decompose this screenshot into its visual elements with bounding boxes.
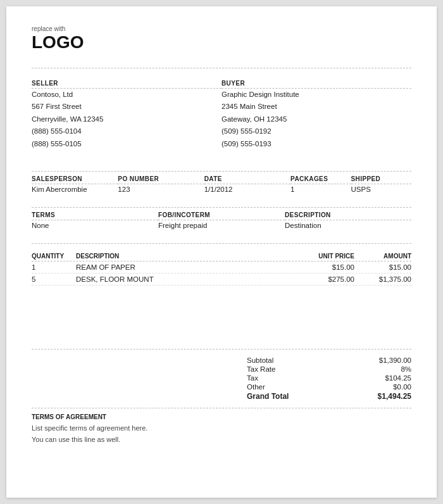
item-qty-1: 1 <box>32 263 76 271</box>
subtotal-value: $1,390.00 <box>361 356 411 364</box>
table-row: 5 Desk, floor mount $275.00 $1,375.00 <box>32 274 411 286</box>
seller-buyer-row: SELLER Contoso, Ltd 567 First Street Che… <box>32 80 411 151</box>
seller-name: Contoso, Ltd <box>32 89 222 101</box>
item-unit-2: $275.00 <box>291 275 354 283</box>
item-unit-1: $15.00 <box>291 263 354 271</box>
packages-cell: PACKAGES 1 <box>290 172 351 196</box>
seller-column: SELLER Contoso, Ltd 567 First Street Che… <box>32 80 222 151</box>
other-value: $0.00 <box>361 383 411 391</box>
description-cell: DESCRIPTION Destination <box>285 208 411 232</box>
other-row: Other $0.00 <box>247 382 411 391</box>
grandtotal-value: $1,494.25 <box>361 392 411 401</box>
po-label: PO NUMBER <box>118 175 204 184</box>
terms-value: None <box>32 220 158 229</box>
items-top-divider <box>32 243 411 244</box>
buyer-phone1: (509) 555-0192 <box>222 125 411 138</box>
seller-street: 567 First Street <box>32 101 222 113</box>
salesperson-label: SALESPERSON <box>32 175 118 184</box>
tax-value: $104.25 <box>361 374 411 382</box>
date-cell: DATE 1/1/2012 <box>204 172 290 196</box>
buyer-phone2: (509) 555-0193 <box>222 138 411 151</box>
col-amount-header: AMOUNT <box>354 253 411 260</box>
salesperson-value: Kim Abercrombie <box>32 184 118 193</box>
terms-row: TERMS None FOB/INCOTERM Freight prepaid … <box>32 208 411 232</box>
item-desc-2: Desk, floor mount <box>76 275 291 283</box>
grandtotal-row: Grand Total $1,494.25 <box>247 391 411 401</box>
seller-phone1: (888) 555-0104 <box>32 125 222 138</box>
meta-row: SALESPERSON Kim Abercrombie PO NUMBER 12… <box>32 172 411 196</box>
seller-label: SELLER <box>32 80 222 88</box>
col-unit-header: UNIT PRICE <box>291 253 354 260</box>
items-header-row: QUANTITY DESCRIPTION UNIT PRICE AMOUNT <box>32 250 411 261</box>
buyer-column: BUYER Graphic Design Institute 2345 Main… <box>222 80 411 151</box>
buyer-name: Graphic Design Institute <box>222 89 411 101</box>
po-value: 123 <box>118 184 204 193</box>
agreement-top-divider <box>32 408 411 408</box>
buyer-info: Graphic Design Institute 2345 Main Stree… <box>222 89 411 151</box>
fob-label: FOB/INCOTERM <box>158 211 285 220</box>
date-label: DATE <box>204 175 290 184</box>
table-row: 1 Ream of paper $15.00 $15.00 <box>32 261 411 274</box>
taxrate-value: 8% <box>361 365 411 373</box>
item-desc-1: Ream of paper <box>76 263 291 271</box>
other-label: Other <box>247 383 265 391</box>
terms-cell: TERMS None <box>32 208 158 232</box>
subtotal-label: Subtotal <box>247 356 273 364</box>
shipped-value: USPS <box>351 184 411 193</box>
seller-city: Cherryville, WA 12345 <box>32 113 222 126</box>
date-value: 1/1/2012 <box>204 184 290 193</box>
buyer-label: BUYER <box>222 80 411 88</box>
terms-label: TERMS <box>32 211 158 220</box>
terms-agreement: TERMS OF AGREEMENT List specific terms o… <box>32 413 411 446</box>
fob-cell: FOB/INCOTERM Freight prepaid <box>158 208 285 232</box>
col-qty-header: QUANTITY <box>32 253 76 260</box>
logo-text: LOGO <box>32 33 411 53</box>
taxrate-label: Tax Rate <box>247 365 275 373</box>
packages-value: 1 <box>290 184 351 193</box>
tax-row: Tax $104.25 <box>247 374 411 382</box>
taxrate-row: Tax Rate 8% <box>247 365 411 374</box>
grandtotal-label: Grand Total <box>247 392 289 401</box>
shipped-cell: SHIPPED USPS <box>351 172 411 196</box>
agreement-title: TERMS OF AGREEMENT <box>32 413 411 420</box>
agreement-line2: You can use this line as well. <box>32 434 411 446</box>
item-amount-1: $15.00 <box>354 263 411 271</box>
fob-value: Freight prepaid <box>158 220 285 229</box>
seller-info: Contoso, Ltd 567 First Street Cherryvill… <box>32 89 222 151</box>
totals-top-divider <box>32 349 411 350</box>
item-qty-2: 5 <box>32 275 76 283</box>
totals-table: Subtotal $1,390.00 Tax Rate 8% Tax $104.… <box>247 356 411 401</box>
tax-label: Tax <box>247 374 258 382</box>
buyer-city: Gateway, OH 12345 <box>222 113 411 126</box>
logo-replace-text: replace with <box>32 25 411 33</box>
agreement-line1: List specific terms of agreement here. <box>32 422 411 434</box>
shipped-label: SHIPPED <box>351 175 411 184</box>
item-amount-2: $1,375.00 <box>354 275 411 283</box>
subtotal-row: Subtotal $1,390.00 <box>247 356 411 365</box>
logo-area: replace with LOGO <box>32 25 411 53</box>
totals-section: Subtotal $1,390.00 Tax Rate 8% Tax $104.… <box>32 356 411 401</box>
description-value: Destination <box>285 220 411 229</box>
seller-phone2: (888) 555-0105 <box>32 138 222 151</box>
col-desc-header: DESCRIPTION <box>76 253 291 260</box>
po-cell: PO NUMBER 123 <box>118 172 204 196</box>
description-label: DESCRIPTION <box>285 211 411 220</box>
items-section: QUANTITY DESCRIPTION UNIT PRICE AMOUNT 1… <box>32 250 411 286</box>
buyer-street: 2345 Main Street <box>222 101 411 113</box>
packages-label: PACKAGES <box>290 175 351 184</box>
invoice-page: replace with LOGO SELLER Contoso, Ltd 56… <box>6 6 437 498</box>
salesperson-cell: SALESPERSON Kim Abercrombie <box>32 172 118 196</box>
